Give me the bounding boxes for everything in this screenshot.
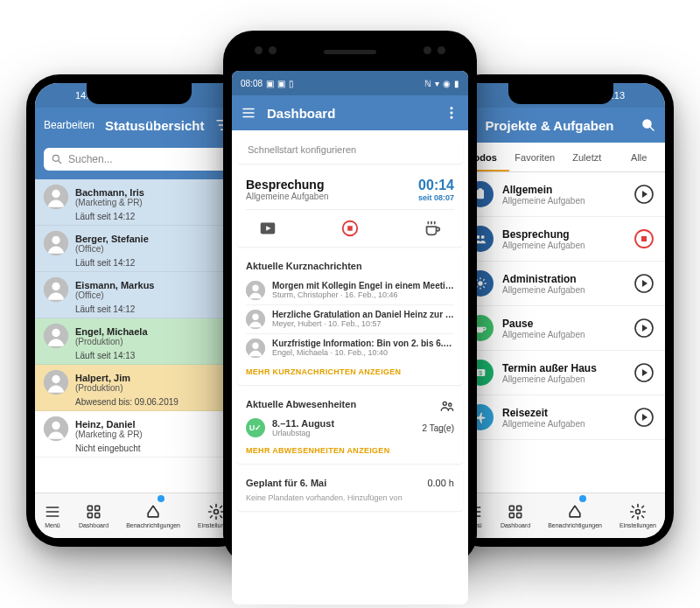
person-status: Nicht eingebucht [44, 444, 234, 453]
plan-title: Geplant für 6. Mai [246, 478, 326, 488]
tab-menu[interactable]: Menü [44, 503, 61, 528]
avatar [44, 277, 68, 302]
project-item[interactable]: $Termin außer HausAllgemeine Aufgaben [457, 351, 665, 395]
play-button[interactable] [634, 184, 654, 205]
timer-card: Besprechung Allgemeine Aufgaben 00:14 se… [237, 169, 463, 247]
svg-rect-35 [517, 506, 522, 510]
play-button[interactable] [634, 362, 654, 383]
tab-settings[interactable]: Einstellungen [620, 503, 656, 528]
svg-point-7 [52, 283, 60, 290]
absence-more-button[interactable]: MEHR ABWESENHEITEN ANZEIGEN [246, 446, 454, 455]
tab-bar: Menü Dashboard Benachrichtigungen Einste… [457, 493, 665, 538]
avatar [246, 310, 265, 329]
project-item[interactable]: AdministrationAllgemeine Aufgaben [457, 262, 665, 306]
project-item[interactable]: ReisezeitAllgemeine Aufgaben [457, 395, 665, 440]
timer-elapsed: 00:14 [418, 178, 454, 193]
person-dept: (Marketing & PR) [75, 198, 144, 207]
current-task-category: Allgemeine Aufgaben [246, 192, 329, 201]
project-list: AllgemeinAllgemeine AufgabenBesprechungA… [457, 172, 665, 440]
svg-rect-44 [347, 226, 353, 231]
filter-tab-alle[interactable]: Alle [613, 143, 666, 171]
tab-dashboard[interactable]: Dashboard [500, 503, 530, 528]
person-row[interactable]: Berger, Stefanie(Office)Läuft seit 14:12 [35, 226, 243, 272]
avatar [44, 231, 68, 255]
person-name: Heinz, Daniel [75, 419, 143, 430]
more-icon[interactable] [444, 105, 459, 121]
news-more-button[interactable]: MEHR KURZNACHRICHTEN ANZEIGEN [246, 367, 454, 376]
phone-right: 14:13 Projekte & Aufgaben TodosFavoriten… [448, 74, 674, 547]
project-subtitle: Allgemeine Aufgaben [502, 285, 625, 295]
filter-tabs: TodosFavoritenZuletztAlle [457, 143, 665, 172]
svg-point-39 [451, 108, 452, 109]
coffee-icon[interactable] [423, 219, 442, 238]
svg-rect-36 [509, 514, 514, 518]
news-item-title: Herzliche Gratulation an Daniel Heinz zu… [272, 310, 454, 319]
person-name: Halpert, Jim [75, 373, 130, 383]
play-button[interactable] [634, 318, 654, 339]
plan-empty: Keine Plandaten vorhanden. Hinzufügen vo… [246, 493, 454, 502]
person-name: Engel, Michaela [75, 326, 148, 337]
svg-rect-21 [479, 188, 482, 191]
stop-button[interactable] [634, 228, 654, 249]
page-title: Dashboard [267, 106, 433, 121]
quickstart-button[interactable]: Schnellstart konfigurieren [237, 136, 463, 164]
stop-icon[interactable] [340, 219, 360, 238]
news-item[interactable]: Morgen mit Kollegin Engel in einem Meeti… [246, 276, 454, 305]
news-title: Aktuelle Kurznachrichten [246, 261, 454, 271]
svg-point-9 [52, 329, 60, 337]
svg-point-48 [252, 314, 258, 320]
svg-point-50 [252, 343, 258, 349]
tab-notifications[interactable]: Benachrichtigungen [548, 503, 602, 528]
search-input[interactable]: Suchen... [44, 148, 234, 171]
play-button[interactable] [634, 407, 654, 428]
filter-tab-favoriten[interactable]: Favoriten [509, 143, 562, 171]
news-card: Aktuelle Kurznachrichten Morgen mit Koll… [237, 252, 463, 385]
person-row[interactable]: Heinz, Daniel(Marketing & PR)Nicht einge… [35, 411, 243, 458]
person-row[interactable]: Eismann, Markus(Office)Läuft seit 14:12 [35, 272, 243, 318]
svg-rect-20 [477, 190, 484, 199]
person-row[interactable]: Halpert, Jim(Produktion)Abwesend bis: 09… [35, 365, 243, 411]
news-item[interactable]: Herzliche Gratulation an Daniel Heinz zu… [246, 305, 454, 334]
play-button[interactable] [634, 273, 654, 294]
svg-rect-16 [88, 514, 92, 518]
absence-type: Urlaubstag [272, 429, 334, 437]
status-bar: 08:08▣▣▯ ℕ▾◉▮ [232, 71, 468, 95]
people-icon[interactable] [440, 399, 454, 415]
svg-point-52 [449, 403, 452, 406]
absence-item[interactable]: U✓ 8.–11. August Urlaubstag 2 Tag(e) [246, 415, 454, 441]
absence-range: 8.–11. August [272, 418, 334, 429]
project-item[interactable]: BesprechungAllgemeine Aufgaben [457, 217, 665, 262]
person-list: Bachmann, Iris(Marketing & PR)Läuft seit… [35, 179, 243, 458]
person-row[interactable]: Bachmann, Iris(Marketing & PR)Läuft seit… [35, 179, 243, 226]
svg-rect-17 [95, 514, 100, 518]
avatar [44, 370, 68, 395]
edit-button[interactable]: Bearbeiten [44, 119, 94, 131]
menu-icon[interactable] [241, 105, 256, 121]
svg-point-27 [478, 281, 482, 285]
person-status: Abwesend bis: 09.06.2019 [44, 397, 234, 407]
news-item[interactable]: Kurzfristige Information: Bin von 2. bis… [246, 334, 454, 362]
tab-dashboard[interactable]: Dashboard [79, 503, 108, 528]
notification-badge [579, 495, 586, 502]
project-item[interactable]: AllgemeinAllgemeine Aufgaben [457, 172, 665, 217]
tab-notifications[interactable]: Benachrichtigungen [126, 503, 180, 528]
phone-left: 14:13 ➤ Bearbeiten Statusübersicht Suche… [26, 74, 252, 547]
project-subtitle: Allgemeine Aufgaben [502, 241, 625, 250]
person-row[interactable]: Engel, Michaela(Produktion)Läuft seit 14… [35, 318, 243, 365]
svg-point-3 [52, 190, 60, 198]
search-icon[interactable] [640, 117, 656, 133]
project-item[interactable]: PauseAllgemeine Aufgaben [457, 306, 665, 351]
svg-rect-15 [95, 506, 100, 510]
filter-tab-zuletzt[interactable]: Zuletzt [561, 143, 613, 171]
page-title: Projekte & Aufgaben [466, 118, 634, 133]
absence-title: Aktuelle Abwesenheiten [246, 399, 356, 409]
person-dept: (Produktion) [75, 383, 130, 393]
person-status: Läuft seit 14:12 [44, 258, 234, 268]
plan-hours: 0.00 h [427, 478, 454, 488]
project-subtitle: Allgemeine Aufgaben [502, 196, 625, 206]
svg-rect-14 [88, 506, 92, 510]
news-item-title: Kurzfristige Information: Bin von 2. bis… [272, 339, 454, 348]
play-icon[interactable] [258, 219, 277, 238]
project-subtitle: Allgemeine Aufgaben [502, 419, 625, 429]
person-name: Bachmann, Iris [75, 187, 144, 198]
